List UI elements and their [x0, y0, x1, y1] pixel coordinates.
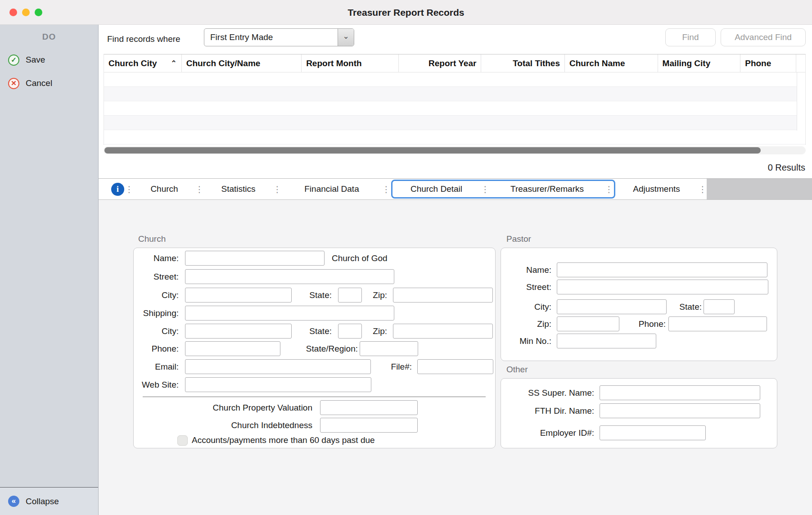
shipping-zip-label: Zip:	[362, 326, 387, 336]
table-row	[104, 116, 805, 130]
other-group-title: Other	[506, 365, 528, 375]
pastor-state-input[interactable]	[704, 299, 735, 314]
sidebar: DO ✓ Save ✕ Cancel « Collapse	[0, 25, 99, 515]
file-number-input[interactable]	[417, 359, 493, 374]
church-name-row: Name: Church of God	[134, 251, 495, 266]
ss-super-name-input[interactable]	[600, 385, 760, 400]
ss-super-name-row: SS Super. Name:	[501, 385, 777, 400]
save-button[interactable]: ✓ Save	[0, 51, 98, 69]
church-name-input[interactable]	[185, 251, 325, 266]
church-city-label: City:	[134, 290, 179, 300]
tab-separator-icon: ⋮	[272, 184, 282, 194]
shipping-state-input[interactable]	[338, 324, 362, 339]
church-email-label: Email:	[134, 362, 179, 372]
shipping-street-row: Shipping:	[134, 306, 495, 321]
church-group-title: Church	[138, 234, 166, 244]
state-region-input[interactable]	[360, 341, 418, 356]
cancel-button[interactable]: ✕ Cancel	[0, 74, 98, 92]
horizontal-scrollbar-thumb[interactable]	[104, 147, 761, 154]
collapse-chevrons-icon: «	[8, 496, 19, 507]
find-button[interactable]: Find	[665, 28, 716, 46]
collapse-label: Collapse	[26, 497, 59, 506]
past-due-row: Accounts/payments more than 60 days past…	[134, 434, 495, 446]
tab-treasurer-remarks[interactable]: Treasurer/Remarks	[490, 181, 604, 197]
church-state-input[interactable]	[338, 288, 362, 303]
header-scrollbar-spacer	[796, 54, 805, 72]
chevron-down-icon[interactable]: ⌄	[338, 29, 354, 46]
pastor-name-input[interactable]	[557, 262, 767, 277]
window-title: Treasurer Report Records	[0, 0, 812, 24]
tab-bar-inner: i ⋮ Church ⋮ Statistics ⋮ Financial Data…	[99, 179, 707, 199]
pastor-state-label: State:	[667, 302, 702, 312]
column-header-report-month[interactable]: Report Month	[302, 54, 399, 72]
find-field-dropdown[interactable]: First Entry Made ⌄	[204, 28, 354, 46]
column-header-phone[interactable]: Phone	[740, 54, 796, 72]
shipping-zip-input[interactable]	[393, 324, 493, 339]
employer-id-input[interactable]	[600, 425, 706, 440]
column-header-church-city[interactable]: Church City ⌃	[104, 54, 182, 72]
tab-separator-icon: ⋮	[698, 184, 708, 194]
shipping-city-input[interactable]	[185, 324, 292, 339]
church-zip-input[interactable]	[393, 288, 493, 303]
web-site-input[interactable]	[185, 377, 371, 392]
advanced-find-button[interactable]: Advanced Find	[721, 28, 806, 46]
save-label: Save	[26, 55, 45, 65]
church-street-input[interactable]	[185, 269, 394, 284]
pastor-street-input[interactable]	[557, 280, 768, 294]
vertical-scrollbar-track[interactable]	[797, 72, 805, 131]
pastor-city-label: City:	[501, 302, 551, 312]
selected-tabs-group: Church Detail ⋮ Treasurer/Remarks ⋮	[391, 180, 615, 199]
state-region-label: State/Region:	[280, 344, 358, 354]
column-header-report-year[interactable]: Report Year	[399, 54, 482, 72]
church-email-input[interactable]	[185, 359, 371, 374]
dropdown-selected-value: First Entry Made	[204, 29, 338, 46]
indebtedness-row: Church Indebtedness	[134, 418, 495, 433]
tab-church[interactable]: Church	[134, 179, 194, 199]
find-where-label: Find records where	[107, 25, 180, 54]
past-due-checkbox[interactable]	[177, 435, 188, 446]
pastor-zip-input[interactable]	[557, 316, 619, 331]
record-list	[104, 72, 806, 145]
employer-id-row: Employer ID#:	[501, 425, 777, 440]
table-header: Church City ⌃ Church City/Name Report Mo…	[104, 54, 806, 72]
tab-church-detail[interactable]: Church Detail	[392, 181, 480, 197]
tab-separator-icon: ⋮	[124, 184, 134, 194]
tab-statistics[interactable]: Statistics	[204, 179, 272, 199]
shipping-city-label: City:	[134, 326, 179, 336]
chevron-glyph: ⌄	[343, 32, 349, 41]
info-icon[interactable]: i	[111, 183, 124, 196]
pastor-phone-input[interactable]	[668, 316, 767, 331]
cancel-x-icon: ✕	[8, 78, 19, 89]
column-header-church-city-name[interactable]: Church City/Name	[182, 54, 302, 72]
pastor-city-input[interactable]	[557, 299, 667, 314]
app-window: Treasurer Report Records DO ✓ Save ✕ Can…	[0, 0, 812, 515]
collapse-button[interactable]: « Collapse	[0, 488, 98, 515]
shipping-city-row: City: State: Zip:	[134, 324, 495, 339]
church-zip-label: Zip:	[362, 290, 387, 300]
sort-ascending-icon: ⌃	[171, 59, 176, 68]
min-no-input[interactable]	[557, 334, 656, 348]
shipping-street-input[interactable]	[185, 306, 394, 321]
fth-dir-name-input[interactable]	[600, 403, 760, 418]
tab-financial-data[interactable]: Financial Data	[282, 179, 381, 199]
min-no-row: Min No.:	[501, 334, 777, 348]
pastor-zip-label: Zip:	[501, 319, 551, 329]
column-header-church-name[interactable]: Church Name	[565, 54, 658, 72]
church-city-input[interactable]	[185, 288, 292, 303]
column-header-total-tithes[interactable]: Total Tithes	[481, 54, 565, 72]
church-group-box: Name: Church of God Street: City: State:…	[133, 248, 496, 448]
property-valuation-input[interactable]	[320, 400, 418, 415]
min-no-label: Min No.:	[501, 336, 551, 346]
church-phone-input[interactable]	[185, 341, 280, 356]
tab-adjustments[interactable]: Adjustments	[615, 179, 698, 199]
indebtedness-input[interactable]	[320, 418, 418, 433]
table-row	[104, 130, 805, 145]
horizontal-scrollbar-track[interactable]	[104, 146, 806, 154]
pastor-name-label: Name:	[501, 265, 551, 275]
column-header-mailing-city[interactable]: Mailing City	[658, 54, 741, 72]
fth-dir-name-row: FTH Dir. Name:	[501, 403, 777, 418]
shipping-label: Shipping:	[134, 308, 179, 318]
church-name-label: Name:	[134, 253, 179, 263]
past-due-label: Accounts/payments more than 60 days past…	[192, 435, 375, 445]
pastor-phone-label: Phone:	[619, 319, 666, 329]
